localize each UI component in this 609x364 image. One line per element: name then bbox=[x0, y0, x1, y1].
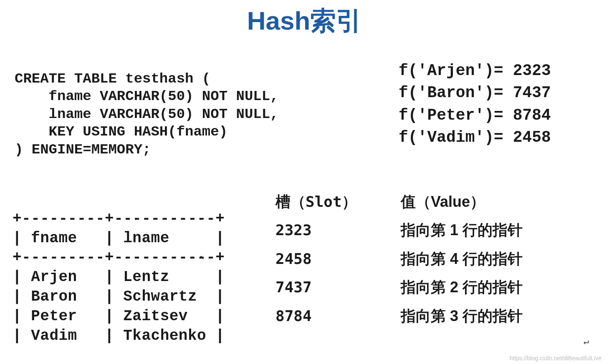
slot-value-table: 槽（Slot） 值（Value） 2323 指向第 1 行的指针 2458 指向… bbox=[275, 188, 523, 330]
value-cell: 指向第 4 行的指针 bbox=[401, 245, 523, 273]
sql-create-block: CREATE TABLE testhash ( fname VARCHAR(50… bbox=[15, 52, 279, 158]
slot-cell: 8784 bbox=[275, 302, 401, 330]
data-table: +---------+-----------+ | fname | lname … bbox=[13, 190, 225, 346]
slot-cell: 2458 bbox=[275, 245, 401, 273]
hash-line: f('Peter')= 8784 bbox=[399, 106, 551, 124]
value-cell: 指向第 2 行的指针 bbox=[401, 273, 523, 301]
hash-function-block: f('Arjen')= 2323 f('Baron')= 7437 f('Pet… bbox=[399, 38, 551, 148]
sql-line: CREATE TABLE testhash ( bbox=[15, 71, 210, 87]
page-title: Hash索引 bbox=[0, 0, 609, 38]
watermark: https://blog.csdn.net/diBeautifulLive bbox=[510, 355, 601, 361]
table-row: | Peter | Zaitsev | bbox=[13, 308, 225, 325]
hash-line: f('Arjen')= 2323 bbox=[399, 62, 551, 80]
sql-line: fname VARCHAR(50) NOT NULL, bbox=[15, 88, 279, 104]
table-border: +---------+-----------+ bbox=[13, 210, 225, 227]
sql-line: lname VARCHAR(50) NOT NULL, bbox=[15, 106, 279, 122]
table-row: | Baron | Schwartz | bbox=[13, 288, 225, 305]
return-icon: ↵ bbox=[584, 336, 589, 347]
hash-line: f('Vadim')= 2458 bbox=[399, 128, 551, 146]
sql-line: KEY USING HASH(fname) bbox=[15, 124, 227, 140]
sql-line: ) ENGINE=MEMORY; bbox=[15, 142, 151, 158]
table-row: | Vadim | Tkachenko | bbox=[13, 327, 225, 344]
value-cell: 指向第 3 行的指针 bbox=[401, 302, 523, 330]
table-header: | fname | lname | bbox=[13, 230, 225, 247]
cursor-icon: ↖ bbox=[200, 252, 204, 261]
table-border: +---------+-----------+ bbox=[13, 249, 225, 266]
value-header: 值（Value） bbox=[401, 188, 485, 216]
slot-cell: 7437 bbox=[275, 273, 401, 301]
slot-cell: 2323 bbox=[275, 216, 401, 244]
table-row: | Arjen | Lentz | bbox=[13, 269, 225, 286]
value-cell: 指向第 1 行的指针 bbox=[401, 216, 523, 244]
slot-header: 槽（Slot） bbox=[275, 188, 401, 216]
hash-line: f('Baron')= 7437 bbox=[399, 84, 551, 102]
